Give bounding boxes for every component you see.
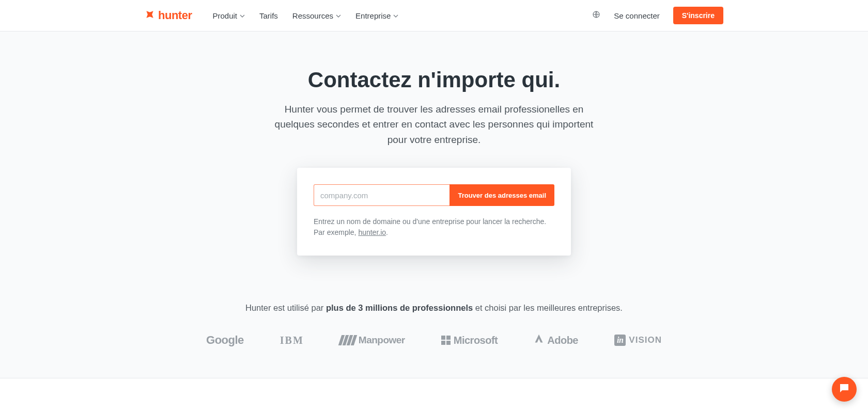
social-proof-text: Hunter est utilisé par plus de 3 million…	[206, 303, 662, 313]
section-label-domain-search: DOMAIN SEARCH	[0, 378, 868, 413]
hint-prefix: Entrez un nom de domaine ou d'une entrep…	[314, 217, 546, 236]
manpower-bars-icon	[338, 335, 357, 345]
microsoft-squares-icon	[441, 336, 451, 345]
language-switcher[interactable]	[592, 10, 600, 21]
brand-logos: Google IBM Manpower Microsoft Adobe inVI…	[206, 333, 662, 347]
hint-suffix: .	[386, 228, 388, 236]
globe-icon	[592, 10, 600, 21]
chevron-down-icon	[393, 11, 398, 20]
hero-subtitle: Hunter vous permet de trouver les adress…	[269, 102, 599, 147]
nav-produit[interactable]: Produit	[212, 11, 245, 20]
adobe-a-icon	[534, 333, 544, 347]
nav-label: Produit	[212, 11, 237, 20]
social-proof: Hunter est utilisé par plus de 3 million…	[206, 303, 662, 347]
chat-icon	[838, 382, 850, 396]
nav-label: Tarifs	[259, 11, 278, 20]
chat-launcher[interactable]	[832, 377, 857, 402]
search-hint: Entrez un nom de domaine ou d'une entrep…	[314, 216, 554, 238]
invision-in-icon: in	[614, 335, 626, 346]
find-emails-button[interactable]: Trouver des adresses email	[450, 184, 554, 206]
hero-title: Contactez n'importe qui.	[308, 68, 560, 92]
brand-logo[interactable]: hunter	[145, 9, 192, 22]
chevron-down-icon	[240, 11, 245, 20]
logo-ibm: IBM	[280, 335, 304, 346]
domain-input[interactable]	[314, 184, 450, 206]
logo-microsoft: Microsoft	[441, 335, 498, 346]
nav-tarifs[interactable]: Tarifs	[259, 11, 278, 20]
main-nav: Produit Tarifs Ressources Entreprise	[212, 11, 398, 20]
nav-entreprise[interactable]: Entreprise	[355, 11, 398, 20]
logo-invision: inVISION	[614, 335, 662, 346]
logo-google: Google	[206, 333, 244, 347]
signup-button[interactable]: S'inscrire	[673, 7, 723, 24]
nav-label: Ressources	[292, 11, 333, 20]
logo-adobe: Adobe	[534, 333, 578, 347]
login-link[interactable]: Se connecter	[614, 11, 659, 20]
logo-icon	[145, 9, 155, 22]
domain-search-card: Trouver des adresses email Entrez un nom…	[297, 168, 571, 256]
hero-section: Contactez n'importe qui. Hunter vous per…	[0, 31, 868, 378]
nav-label: Entreprise	[355, 11, 391, 20]
logo-manpower: Manpower	[340, 335, 405, 346]
hint-example-link[interactable]: hunter.io	[358, 228, 386, 236]
nav-ressources[interactable]: Ressources	[292, 11, 341, 20]
chevron-down-icon	[336, 11, 341, 20]
site-header: hunter Produit Tarifs Ressources Entrepr…	[0, 0, 868, 31]
brand-name: hunter	[158, 9, 192, 22]
